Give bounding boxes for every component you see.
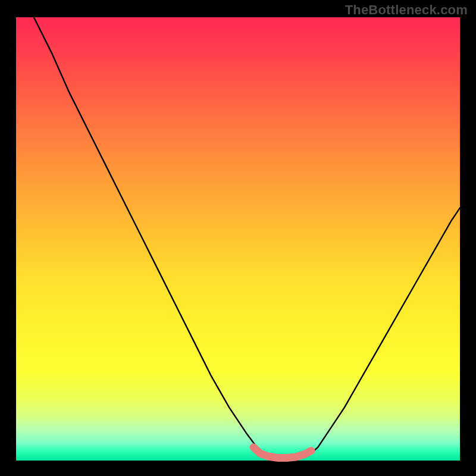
chart-frame: TheBottleneck.com (0, 0, 476, 476)
bottleneck-highlight (253, 447, 311, 458)
bottleneck-curve-svg (16, 17, 460, 461)
plot-area (16, 17, 460, 461)
bottleneck-curve (16, 0, 460, 458)
watermark-text: TheBottleneck.com (345, 2, 468, 18)
